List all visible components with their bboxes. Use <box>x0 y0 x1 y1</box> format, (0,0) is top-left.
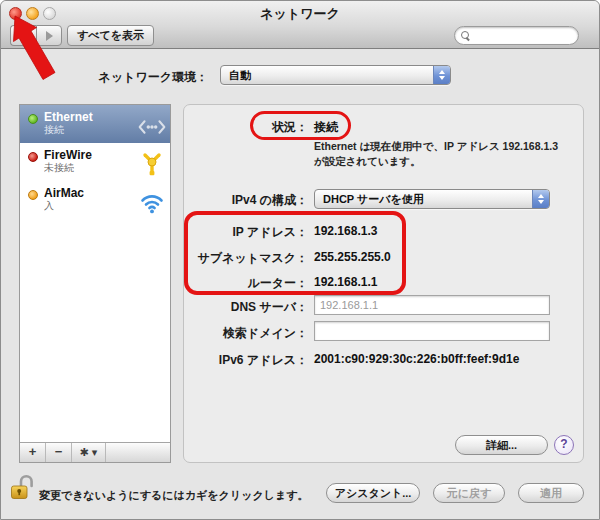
sidebar-item-airmac[interactable]: AirMac 入 <box>20 181 170 219</box>
remove-interface-button[interactable]: − <box>46 443 72 462</box>
show-all-button[interactable]: すべてを表示 <box>67 25 154 46</box>
subnet-mask-value: 255.255.255.0 <box>314 250 391 264</box>
dns-server-label: DNS サーバ： <box>184 299 308 316</box>
help-button[interactable]: ? <box>554 435 574 455</box>
network-preferences-window: ネットワーク すべてを表示 ネットワーク環境： 自動 Ethernet 接続 <box>0 0 600 520</box>
interface-status: 接続 <box>44 124 138 136</box>
sidebar-item-ethernet[interactable]: Ethernet 接続 <box>20 105 170 143</box>
apply-button[interactable]: 適用 <box>518 483 584 503</box>
ipv6-address-value: 2001:c90:929:30c:226:b0ff:feef:9d1e <box>314 352 519 366</box>
subnet-mask-label: サブネットマスク： <box>184 250 308 267</box>
interface-name: FireWire <box>44 148 138 162</box>
dropdown-stepper-icon <box>532 190 549 208</box>
unlocked-lock-icon[interactable] <box>10 473 36 507</box>
ipv4-config-value: DHCP サーバを使用 <box>315 192 532 207</box>
dropdown-stepper-icon <box>433 66 450 84</box>
sidebar-item-firewire[interactable]: FireWire 未接続 <box>20 143 170 181</box>
interface-detail-panel: 状況： 接続 Ethernet は現在使用中で、IP アドレス 192.168.… <box>183 104 584 463</box>
lock-hint-text: 変更できないようにするにはカギをクリックします。 <box>39 488 308 503</box>
status-dot-orange <box>28 190 38 200</box>
window-title: ネットワーク <box>1 5 599 23</box>
network-location-dropdown[interactable]: 自動 <box>220 65 451 85</box>
network-location-label: ネットワーク環境： <box>1 69 208 86</box>
search-field[interactable] <box>454 26 579 45</box>
interface-status: 入 <box>44 200 138 212</box>
revert-button[interactable]: 元に戻す <box>433 483 505 503</box>
ip-address-value: 192.168.1.3 <box>314 224 377 238</box>
interface-status: 未接続 <box>44 162 138 174</box>
assistant-button[interactable]: アシスタント... <box>326 483 420 503</box>
ip-address-label: IP アドレス： <box>184 224 308 241</box>
interfaces-sidebar: Ethernet 接続 FireWire 未接続 <box>19 104 171 463</box>
status-value: 接続 <box>314 119 338 136</box>
status-label: 状況： <box>184 119 308 136</box>
search-domain-input[interactable] <box>314 321 550 341</box>
status-description: Ethernet は現在使用中で、IP アドレス 192.168.1.3 が設定… <box>314 139 560 168</box>
forward-arrow-icon <box>46 31 53 41</box>
search-domain-label: 検索ドメイン： <box>184 325 308 342</box>
router-label: ルーター： <box>184 275 308 292</box>
ipv6-address-label: IPv6 アドレス： <box>184 352 308 369</box>
advanced-button[interactable]: 詳細... <box>455 435 548 455</box>
search-icon <box>461 31 470 40</box>
ipv4-config-label: IPv4 の構成： <box>184 192 308 209</box>
router-value: 192.168.1.1 <box>314 275 377 289</box>
search-input[interactable] <box>474 30 572 42</box>
ipv4-config-dropdown[interactable]: DHCP サーバを使用 <box>314 189 550 209</box>
gear-menu-button[interactable]: ✱ ▾ <box>72 443 106 462</box>
network-location-value: 自動 <box>221 68 433 83</box>
add-interface-button[interactable]: + <box>20 443 46 462</box>
interface-name: AirMac <box>44 186 138 200</box>
forward-button[interactable] <box>36 25 62 46</box>
dns-server-input[interactable] <box>314 295 550 315</box>
status-dot-red <box>28 152 38 162</box>
ethernet-icon <box>138 110 166 143</box>
wifi-icon <box>138 186 166 219</box>
back-arrow-icon <box>20 31 27 41</box>
firewire-icon <box>138 148 166 181</box>
back-button[interactable] <box>10 25 36 46</box>
nav-buttons <box>10 25 62 46</box>
interface-name: Ethernet <box>44 110 138 124</box>
titlebar: ネットワーク すべてを表示 <box>1 1 599 49</box>
status-dot-green <box>28 114 38 124</box>
sidebar-action-bar: + − ✱ ▾ <box>20 442 170 462</box>
